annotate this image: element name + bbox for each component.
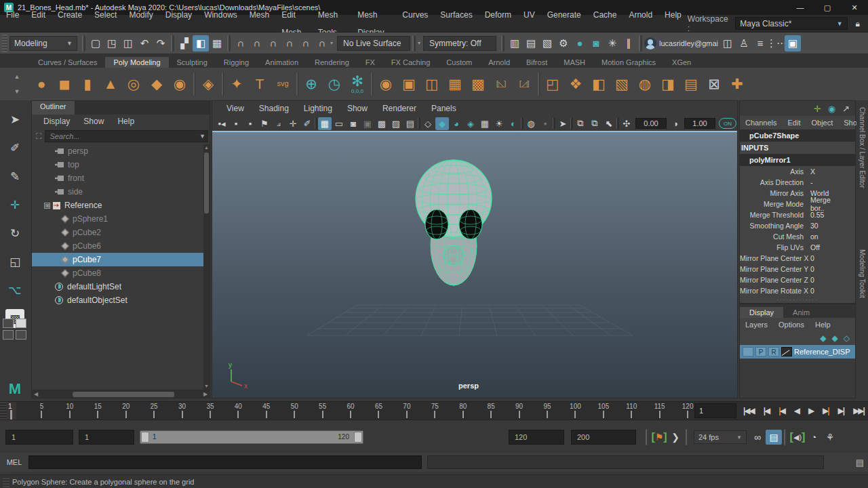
attribute-value[interactable]: 0.55 bbox=[808, 210, 848, 220]
textured-icon[interactable]: ◕ bbox=[450, 117, 463, 130]
outliner-menu-item[interactable]: Show bbox=[77, 117, 110, 126]
channel-attribute-row[interactable]: Smoothing Angle 30 bbox=[740, 220, 855, 231]
channel-attribute-row[interactable]: Merge Threshold 0.55 bbox=[740, 209, 855, 220]
live-surface-field[interactable]: No Live Surface bbox=[337, 36, 410, 51]
current-frame-field[interactable]: 1 bbox=[694, 403, 736, 418]
field-chart-icon[interactable]: ▩ bbox=[375, 117, 389, 130]
filter-icon[interactable]: ⛶ bbox=[36, 131, 41, 141]
shape-node-row[interactable]: pCube7Shape bbox=[740, 129, 855, 142]
shelf-tab[interactable]: FX bbox=[357, 57, 383, 68]
compositing-icon[interactable]: ⧉ bbox=[588, 117, 601, 130]
timeline-tick[interactable]: 90 bbox=[494, 402, 521, 420]
platonic-solid-icon[interactable]: ◈ bbox=[197, 70, 220, 98]
target-weld-icon[interactable]: ◍ bbox=[633, 70, 656, 98]
layer-editor-menu-item[interactable]: Layers bbox=[740, 321, 773, 329]
layer-name[interactable]: Reference_DISP bbox=[794, 348, 850, 356]
shelf-tab[interactable]: Rigging bbox=[216, 57, 257, 68]
menu-set-select[interactable]: Modeling ▼ bbox=[9, 36, 77, 51]
extrude-icon[interactable]: ◰ bbox=[541, 70, 564, 98]
redo-icon[interactable]: ↷ bbox=[153, 35, 169, 52]
bevel-cube-icon[interactable]: ◧ bbox=[587, 70, 610, 98]
viewport-menu-item[interactable]: Lighting bbox=[296, 104, 340, 113]
channel-attribute-row[interactable]: Cut Mesh on bbox=[740, 231, 855, 242]
combine-meshes-icon[interactable]: ▣ bbox=[397, 70, 420, 98]
layer-editor-tab[interactable]: Anim bbox=[783, 307, 819, 318]
super-shape-icon[interactable]: ✦ bbox=[225, 70, 248, 98]
channel-attribute-row[interactable]: Mirror Plane Center X 0 bbox=[740, 253, 855, 264]
close-button[interactable]: ✕ bbox=[841, 0, 868, 15]
checker-material-icon[interactable]: ▦ bbox=[478, 117, 492, 130]
viewport-menu-item[interactable]: View bbox=[219, 104, 252, 113]
shelf-tab[interactable]: FX Caching bbox=[383, 57, 438, 68]
two-pane-layout-button[interactable] bbox=[3, 330, 14, 340]
workspace-select[interactable]: Maya Classic* ▼ bbox=[735, 17, 847, 30]
multi-grid-icon[interactable]: ▩ bbox=[467, 70, 490, 98]
use-default-material-icon[interactable]: ◈ bbox=[464, 117, 477, 130]
wireframe-icon[interactable]: ◇ bbox=[421, 117, 435, 130]
outliner-item[interactable]: side bbox=[32, 185, 210, 199]
polygon-cone-icon[interactable]: ▲ bbox=[99, 70, 122, 98]
outliner-pane-layout-button[interactable] bbox=[16, 330, 26, 340]
timeline-tick[interactable]: 50 bbox=[269, 402, 297, 420]
shelf-tab[interactable]: Bifrost bbox=[518, 57, 555, 68]
timeline-tick[interactable]: 75 bbox=[410, 402, 437, 420]
toolbar-divider[interactable] bbox=[171, 35, 174, 52]
range-end-handle[interactable] bbox=[354, 432, 362, 443]
grease-pencil-icon[interactable]: ✐ bbox=[300, 117, 314, 130]
step-forward-frame-button[interactable]: ▶| bbox=[823, 406, 829, 415]
contrast-value[interactable]: 1.00 bbox=[684, 118, 715, 129]
outliner-item[interactable]: persp bbox=[32, 144, 210, 158]
attribute-value[interactable]: 0 bbox=[808, 286, 848, 296]
timeline-tick[interactable]: 85 bbox=[466, 402, 494, 420]
viewport-menu-item[interactable]: Panels bbox=[424, 104, 464, 113]
channel-bar-icon[interactable]: ⋮⋯ bbox=[768, 35, 785, 52]
single-pane-layout-button[interactable] bbox=[3, 319, 14, 328]
shelf-tab[interactable]: Poly Modeling bbox=[105, 57, 168, 68]
safe-title-icon[interactable]: ▤ bbox=[403, 117, 417, 130]
scroll-right-icon[interactable]: ▶ bbox=[201, 390, 210, 399]
attribute-value[interactable]: X bbox=[808, 167, 848, 176]
maximize-button[interactable]: ▢ bbox=[814, 0, 841, 15]
channel-attribute-row[interactable]: Axis Direction - bbox=[740, 177, 855, 188]
attribute-value[interactable]: - bbox=[808, 178, 848, 187]
toolbar-divider[interactable] bbox=[412, 35, 416, 52]
select-tool-icon[interactable]: ➤ bbox=[5, 110, 24, 129]
shelf-tab[interactable]: Custom bbox=[438, 57, 480, 68]
timeline-tick[interactable]: 25 bbox=[129, 402, 157, 420]
resolution-gate-icon[interactable]: ◙ bbox=[347, 117, 360, 130]
outliner-item[interactable]: pCube8 bbox=[32, 266, 210, 280]
modeling-toolkit-icon[interactable]: ▣ bbox=[785, 35, 801, 52]
auto-keyframe-toggle[interactable]: ⚑ bbox=[651, 430, 667, 445]
viewport-menu-item[interactable]: Shading bbox=[252, 104, 296, 113]
attribute-value[interactable]: Off bbox=[808, 243, 848, 252]
bridge-icon[interactable]: ◨ bbox=[656, 70, 679, 98]
light-editor-icon[interactable]: ✳ bbox=[604, 35, 620, 52]
animation-end-field[interactable]: 200 bbox=[571, 430, 636, 445]
toolbar-grip[interactable] bbox=[2, 35, 7, 52]
subdivide-grid-icon[interactable]: ▦ bbox=[443, 70, 467, 98]
chevron-down-icon[interactable]: ▾ bbox=[330, 40, 333, 46]
user-avatar[interactable] bbox=[644, 37, 656, 49]
select-component-icon[interactable]: ▦ bbox=[209, 35, 225, 52]
range-start-handle[interactable] bbox=[141, 432, 149, 443]
undo-icon[interactable]: ↶ bbox=[136, 35, 153, 52]
film-gate-icon[interactable]: ▭ bbox=[332, 117, 346, 130]
shelf-tab[interactable]: Animation bbox=[257, 57, 307, 68]
polygon-disc-icon[interactable]: ◉ bbox=[168, 70, 191, 98]
timeline-tick[interactable]: 120 bbox=[663, 402, 690, 420]
shelf-tab[interactable]: XGen bbox=[664, 57, 699, 68]
go-to-end-button[interactable]: ▶▶| bbox=[853, 406, 864, 415]
modeling-toolkit-dock-tab[interactable]: Modeling Toolkit bbox=[859, 249, 866, 298]
symmetry-field[interactable]: Symmetry: Off bbox=[423, 36, 496, 51]
timeline-tick[interactable]: 70 bbox=[381, 402, 409, 420]
channel-box-menu-item[interactable]: Channels bbox=[740, 119, 782, 127]
attribute-value[interactable]: 30 bbox=[808, 221, 848, 230]
bookmark-icon[interactable]: ⚑ bbox=[258, 117, 271, 130]
viewport-canvas[interactable]: y x persp bbox=[212, 132, 737, 398]
new-empty-layer-icon[interactable]: ◇ bbox=[844, 333, 850, 343]
shelf-tab[interactable]: Rendering bbox=[307, 57, 357, 68]
attribute-value[interactable]: on bbox=[808, 232, 848, 241]
outliner-item[interactable]: pCube7 bbox=[32, 253, 210, 266]
exposure-icon[interactable]: ✣ bbox=[620, 117, 633, 130]
new-layer-selected-icon[interactable]: ◆ bbox=[832, 333, 838, 343]
